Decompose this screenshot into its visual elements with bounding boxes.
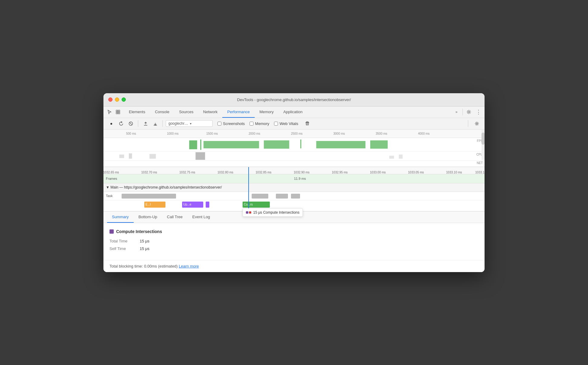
zoomed-tick-3: 1032.80 ms <box>217 171 233 174</box>
tab-memory[interactable]: Memory <box>255 107 279 118</box>
self-time-value: 15 μs <box>140 246 149 251</box>
upload-button[interactable] <box>141 119 150 128</box>
status-bar: Total blocking time: 0.00ms (estimated) … <box>103 260 485 272</box>
main-thread-label: ▼ Main — https://googlechrome.github.io/… <box>106 185 222 189</box>
tab-sources[interactable]: Sources <box>174 107 198 118</box>
total-time-label: Total Time <box>109 239 134 243</box>
learn-more-link[interactable]: Learn more <box>179 264 199 268</box>
tab-console[interactable]: Console <box>150 107 174 118</box>
summary-panel: Compute Intersections Total Time 15 μs S… <box>103 223 485 260</box>
svg-rect-23 <box>129 153 132 158</box>
svg-rect-24 <box>149 154 156 158</box>
webvitals-checkbox-label[interactable]: Web Vitals <box>274 121 298 126</box>
tick-2500ms: 2500 ms <box>291 132 302 135</box>
svg-rect-26 <box>389 156 394 159</box>
title-bar: DevTools - googlechrome.github.io/sample… <box>103 93 485 107</box>
clear-button[interactable] <box>126 119 135 128</box>
tab-bar-right: » ⋮ <box>453 108 482 116</box>
devtools-body: Elements Console Sources Network Perform… <box>103 107 485 272</box>
zoomed-timeline: 1032.65 ms 1032.70 ms 1032.75 ms 1032.80… <box>103 167 485 212</box>
tick-500ms: 500 ms <box>126 132 136 135</box>
svg-rect-18 <box>264 140 289 148</box>
checkbox-group: Screenshots Memory Web Vitals <box>217 119 312 128</box>
tooltip: 15 μs Compute Intersections <box>243 208 303 217</box>
screenshots-checkbox[interactable] <box>217 122 221 126</box>
zoomed-tick-7: 1033.00 ms <box>370 171 386 174</box>
toolbar: ● googlechrome.github.i... ▾ <box>103 118 485 130</box>
url-text: googlechrome.github.i... <box>168 121 189 126</box>
tick-3500ms: 3500 ms <box>376 132 387 135</box>
more-vert-icon[interactable]: ⋮ <box>475 108 482 116</box>
event-small-purple[interactable] <box>206 202 209 208</box>
tab-application[interactable]: Application <box>279 107 308 118</box>
memory-checkbox[interactable] <box>250 122 253 126</box>
task-bar-2[interactable] <box>252 194 268 199</box>
summary-self-time-row: Self Time 15 μs <box>109 246 479 251</box>
reload-button[interactable] <box>117 119 125 128</box>
svg-rect-15 <box>189 140 197 149</box>
tab-event-log[interactable]: Event Log <box>188 212 215 223</box>
svg-rect-2 <box>116 112 118 114</box>
tooltip-color-purple <box>246 211 248 214</box>
task-bar-4[interactable] <box>291 194 300 199</box>
tab-bottom-up[interactable]: Bottom-Up <box>134 212 162 223</box>
window-title: DevTools - googlechrome.github.io/sample… <box>237 97 351 102</box>
toolbar-right <box>466 119 481 128</box>
zoomed-tick-2: 1032.75 ms <box>179 171 195 174</box>
url-input[interactable]: googlechrome.github.i... ▾ <box>166 120 213 127</box>
summary-total-time-row: Total Time 15 μs <box>109 239 479 243</box>
event-el[interactable]: E...l <box>144 202 165 208</box>
zoomed-ruler: 1032.65 ms 1032.70 ms 1032.75 ms 1032.80… <box>103 167 485 174</box>
task-bar-1[interactable] <box>122 194 176 199</box>
events-track: E...l Up...e Co...rs 15 μs Compute Inter… <box>103 200 485 211</box>
timeline-scrollbar[interactable] <box>482 130 485 160</box>
tab-bar: Elements Console Sources Network Perform… <box>103 107 485 118</box>
svg-point-14 <box>476 123 478 124</box>
webvitals-checkbox[interactable] <box>274 122 278 126</box>
fps-track: FPS <box>103 138 485 152</box>
settings-icon[interactable] <box>465 108 472 116</box>
url-chevron: ▾ <box>190 122 210 125</box>
cursor-icon[interactable] <box>106 108 113 116</box>
memory-checkbox-label[interactable]: Memory <box>250 121 269 126</box>
zoomed-tick-0: 1032.65 ms <box>103 171 119 174</box>
scrollbar-thumb[interactable] <box>482 133 485 145</box>
close-button[interactable] <box>108 97 113 102</box>
tooltip-text: 15 μs Compute Intersections <box>253 210 299 215</box>
svg-rect-22 <box>119 154 124 158</box>
layers-icon[interactable] <box>114 108 122 116</box>
svg-rect-25 <box>196 152 205 159</box>
zoomed-tick-10: 1033.15 <box>475 171 485 174</box>
svg-rect-27 <box>399 154 403 159</box>
svg-rect-10 <box>306 122 308 122</box>
total-time-value: 15 μs <box>140 239 149 243</box>
event-cors[interactable]: Co...rs <box>243 202 270 208</box>
task-bar-3[interactable] <box>276 194 288 199</box>
timeline-ruler: 500 ms 1000 ms 1500 ms 2000 ms 2500 ms 3… <box>103 130 485 138</box>
minimize-button[interactable] <box>115 97 119 102</box>
devtools-window: DevTools - googlechrome.github.io/sample… <box>103 93 485 272</box>
record-button[interactable]: ● <box>107 119 116 128</box>
svg-line-6 <box>130 123 132 125</box>
tab-elements[interactable]: Elements <box>124 107 150 118</box>
maximize-button[interactable] <box>122 97 126 102</box>
tab-performance[interactable]: Performance <box>222 107 254 118</box>
tab-network[interactable]: Network <box>198 107 223 118</box>
task-track: Task <box>103 192 485 200</box>
delete-button[interactable] <box>303 119 312 128</box>
tick-1000ms: 1000 ms <box>167 132 178 135</box>
zoomed-tick-8: 1033.05 ms <box>408 171 424 174</box>
summary-title: Compute Intersections <box>109 229 479 234</box>
frames-time: 11.9 ms <box>294 177 306 180</box>
perf-settings-button[interactable] <box>472 119 481 128</box>
more-tabs-icon[interactable]: » <box>453 108 460 116</box>
tab-summary[interactable]: Summary <box>107 212 134 223</box>
download-button[interactable] <box>151 119 159 128</box>
screenshots-checkbox-label[interactable]: Screenshots <box>217 121 245 126</box>
task-label: Task <box>106 194 113 198</box>
cursor-line <box>248 167 249 211</box>
tab-call-tree[interactable]: Call Tree <box>162 212 188 223</box>
svg-rect-0 <box>116 110 118 112</box>
event-upe[interactable]: Up...e <box>182 202 203 208</box>
svg-rect-1 <box>118 110 120 112</box>
